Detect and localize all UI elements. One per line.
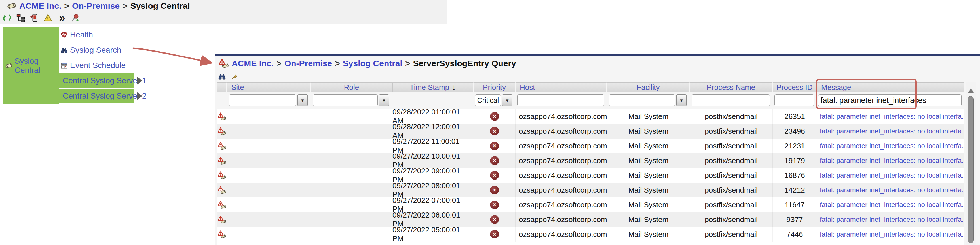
row-type-cell — [217, 227, 227, 242]
breadcrumb: ACME Inc. > On-Premise > Syslog Central — [7, 1, 190, 11]
column-header-host[interactable]: Host — [515, 82, 607, 92]
scroll-icon — [7, 1, 16, 11]
table-row[interactable]: 09/27/2022 05:00:01 PM ✕ ozsappo74.ozsof… — [217, 227, 964, 242]
scroll-alert-icon — [218, 156, 226, 165]
message-link[interactable]: fatal: parameter inet_interfaces: no loc… — [817, 127, 964, 135]
message-link[interactable]: fatal: parameter inet_interfaces: no loc… — [817, 171, 964, 179]
column-header-site[interactable]: Site — [227, 82, 311, 92]
table-row[interactable]: 09/27/2022 08:00:01 PM ✕ ozsappo74.ozsof… — [217, 183, 964, 198]
expand-arrow-icon[interactable] — [137, 92, 146, 100]
table-row[interactable]: 09/28/2022 12:00:01 AM ✕ ozsappo74.ozsof… — [217, 124, 964, 139]
device-icon[interactable] — [30, 13, 39, 23]
warning-icon[interactable] — [43, 13, 53, 23]
role-filter-dropdown-button[interactable]: ▼ — [379, 94, 389, 106]
sidebar-item-central-syslog-server-2[interactable]: Central Syslog Server 2 — [59, 89, 146, 103]
scroll-alert-icon — [218, 215, 226, 224]
sidebar-item-event-schedule[interactable]: Event Schedule — [59, 58, 146, 73]
facility-cell: Mail System — [607, 109, 690, 124]
sidebar-item-syslog-central[interactable]: Syslog Central — [3, 27, 59, 104]
process-name-cell: postfix/sendmail — [690, 212, 773, 227]
message-link[interactable]: fatal: parameter inet_interfaces: no loc… — [817, 215, 964, 223]
critical-priority-icon: ✕ — [490, 156, 499, 165]
menu-item-label: Event Schedule — [70, 61, 126, 70]
column-header-process-name[interactable]: Process Name — [690, 82, 773, 92]
breadcrumb-link-acme[interactable]: ACME Inc. — [232, 58, 274, 68]
timestamp-cell: 09/28/2022 01:00:01 AM — [393, 109, 474, 124]
host-cell: ozsappo74.ozsoftcorp.com — [515, 139, 607, 153]
column-header-time-stamp[interactable]: Time Stamp ↓ — [393, 82, 474, 92]
sidebar-item-syslog-search[interactable]: Syslog Search — [59, 43, 146, 57]
breadcrumb-link-on-premise[interactable]: On-Premise — [285, 58, 332, 68]
process-id-cell: 23496 — [773, 124, 817, 139]
expand-icon[interactable]: » — [57, 13, 66, 23]
process-name-cell: postfix/sendmail — [690, 124, 773, 139]
scrollbar-thumb[interactable] — [967, 96, 974, 243]
sidebar-item-central-syslog-server-1[interactable]: Central Syslog Server 1 — [59, 73, 146, 88]
host-filter-input[interactable] — [517, 94, 604, 106]
expand-arrow-icon[interactable] — [137, 77, 146, 85]
message-link[interactable]: fatal: parameter inet_interfaces: no loc… — [817, 186, 964, 194]
facility-cell: Mail System — [607, 124, 690, 139]
message-link[interactable]: fatal: parameter inet_interfaces: no loc… — [817, 112, 964, 120]
row-type-cell — [217, 109, 227, 124]
timestamp-cell: 09/27/2022 11:00:01 PM — [393, 139, 474, 153]
process-id-cell: 26351 — [773, 109, 817, 124]
breadcrumb-link-on-premise[interactable]: On-Premise — [72, 1, 120, 11]
vertical-scrollbar[interactable] — [966, 82, 976, 245]
role-cell — [311, 198, 393, 212]
pin-icon[interactable] — [70, 13, 80, 23]
scroll-alert-icon — [219, 58, 229, 68]
critical-priority-icon: ✕ — [490, 186, 499, 194]
host-cell: ozsappo74.ozsoftcorp.com — [515, 212, 607, 227]
message-link[interactable]: fatal: parameter inet_interfaces: no loc… — [817, 230, 964, 238]
row-type-cell — [217, 212, 227, 227]
role-filter-input[interactable] — [313, 94, 378, 106]
table-row[interactable]: 09/27/2022 09:00:01 PM ✕ ozsappo74.ozsof… — [217, 168, 964, 183]
table-filter-row: ▼ ▼ Critical ▼ ▼ — [217, 92, 964, 109]
role-cell — [311, 124, 393, 139]
column-header-process-id[interactable]: Process ID — [773, 82, 817, 92]
health-icon — [60, 31, 68, 38]
sidebar-item-health[interactable]: Health — [59, 27, 146, 42]
column-header-message[interactable]: Message — [817, 82, 964, 92]
process-name-cell: postfix/sendmail — [690, 153, 773, 168]
message-link[interactable]: fatal: parameter inet_interfaces: no loc… — [817, 201, 964, 209]
breadcrumb-link-syslog-central[interactable]: Syslog Central — [343, 58, 402, 68]
table-row[interactable]: 09/28/2022 01:00:01 AM ✕ ozsappo74.ozsof… — [217, 109, 964, 124]
site-cell — [227, 124, 311, 139]
priority-filter-value[interactable]: Critical — [475, 94, 501, 106]
site-filter-dropdown-button[interactable]: ▼ — [298, 94, 308, 106]
table-row[interactable]: 09/27/2022 07:00:01 PM ✕ ozsappo74.ozsof… — [217, 198, 964, 212]
topology-icon[interactable] — [16, 13, 25, 23]
priority-cell: ✕ — [474, 168, 515, 183]
process-id-cell: 14212 — [773, 183, 817, 198]
site-filter-input[interactable] — [229, 94, 296, 106]
message-link[interactable]: fatal: parameter inet_interfaces: no loc… — [817, 156, 964, 164]
scroll-alert-icon — [218, 230, 226, 239]
calendar-icon — [60, 62, 68, 69]
brush-icon[interactable] — [231, 73, 239, 81]
column-header-icon[interactable] — [217, 82, 227, 92]
priority-cell: ✕ — [474, 153, 515, 168]
column-header-priority[interactable]: Priority — [474, 82, 515, 92]
critical-priority-icon: ✕ — [490, 142, 499, 150]
timestamp-cell: 09/28/2022 12:00:01 AM — [393, 124, 474, 139]
column-header-role[interactable]: Role — [311, 82, 393, 92]
table-row[interactable]: 09/27/2022 10:00:01 PM ✕ ozsappo74.ozsof… — [217, 153, 964, 168]
column-header-facility[interactable]: Facility — [607, 82, 690, 92]
role-cell — [311, 139, 393, 153]
scroll-up-arrow-icon[interactable] — [968, 85, 974, 93]
process-id-filter-input[interactable] — [775, 94, 814, 106]
priority-filter-dropdown-button[interactable]: ▼ — [502, 94, 512, 106]
process-name-filter-input[interactable] — [692, 94, 770, 106]
message-filter-input[interactable] — [818, 94, 962, 106]
binoculars-icon[interactable] — [218, 73, 226, 81]
table-row[interactable]: 09/27/2022 11:00:01 PM ✕ ozsappo74.ozsof… — [217, 139, 964, 153]
breadcrumb-link-acme[interactable]: ACME Inc. — [19, 1, 61, 11]
facility-filter-input[interactable] — [609, 94, 675, 106]
facility-filter-dropdown-button[interactable]: ▼ — [676, 94, 687, 106]
refresh-icon[interactable] — [2, 13, 12, 23]
message-link[interactable]: fatal: parameter inet_interfaces: no loc… — [817, 142, 964, 150]
table-row[interactable]: 09/27/2022 06:00:01 PM ✕ ozsappo74.ozsof… — [217, 212, 964, 227]
scroll-alert-icon — [218, 171, 226, 180]
